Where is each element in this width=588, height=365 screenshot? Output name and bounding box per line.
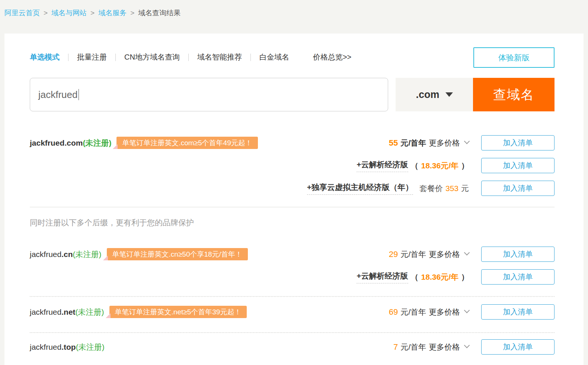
status-unregistered: (未注册) xyxy=(73,250,102,258)
addon-price: 18.36元/年 xyxy=(421,272,458,282)
addon-row-dns: +云解析经济版（18.36元/年） 加入清单 xyxy=(30,269,555,285)
section-divider xyxy=(30,207,555,207)
brand-protection-note: 同时注册以下多个后缀，更有利于您的品牌保护 xyxy=(30,218,555,228)
breadcrumb-current: 域名查询结果 xyxy=(138,8,180,18)
add-to-list-button[interactable]: 加入清单 xyxy=(481,158,555,173)
promo-badge: 单笔订单注册英文.com≥5个首年49元起！ xyxy=(116,137,258,149)
domain-name: jackfrued.cn(未注册) xyxy=(30,249,102,260)
domain-result-row-com: jackfrued.com(未注册) 单笔订单注册英文.com≥5个首年49元起… xyxy=(30,135,555,150)
addon-info: +云解析经济版（18.36元/年） xyxy=(357,271,469,283)
price-unit: 元/首年 xyxy=(400,307,426,317)
addon-info: +独享云虚拟主机经济版（年） 套餐价353 元 xyxy=(307,182,469,195)
tab-batch-register[interactable]: 批量注册 xyxy=(77,52,107,62)
tab-cn-local-query[interactable]: CN地方域名查询 xyxy=(124,52,180,62)
add-to-list-button[interactable]: 加入清单 xyxy=(481,247,555,262)
addon-label[interactable]: +云解析经济版 xyxy=(357,159,408,172)
price-value: 7 xyxy=(393,342,398,352)
add-to-list-button[interactable]: 加入清单 xyxy=(481,339,555,355)
breadcrumb-separator: > xyxy=(130,9,134,17)
add-to-list-button[interactable]: 加入清单 xyxy=(481,269,555,285)
text-cursor xyxy=(79,89,79,100)
breadcrumb-link-home[interactable]: 阿里云首页 xyxy=(4,8,40,18)
status-unregistered: (未注册) xyxy=(83,139,111,147)
breadcrumb-separator: > xyxy=(44,9,48,17)
chevron-down-icon[interactable] xyxy=(464,307,470,313)
price-unit: 元/首年 xyxy=(400,249,426,260)
domain-name: jackfrued.com(未注册) xyxy=(30,138,111,148)
price-value: 69 xyxy=(389,307,398,317)
chevron-down-icon[interactable] xyxy=(464,342,470,348)
price-overview-link[interactable]: 价格总览>> xyxy=(313,52,351,62)
tab-divider xyxy=(250,54,251,61)
package-price-value: 353 xyxy=(445,184,458,193)
price-info: 7 元/首年 更多价格 xyxy=(393,342,469,352)
price-value: 29 xyxy=(389,250,398,259)
dropdown-arrow-icon xyxy=(445,92,453,97)
price-value: 55 xyxy=(389,138,398,148)
tab-divider xyxy=(188,54,189,61)
add-to-list-button[interactable]: 加入清单 xyxy=(481,181,555,196)
tab-divider xyxy=(68,54,68,61)
row-divider xyxy=(30,332,555,333)
promo-badge: 单笔订单注册英文.net≥5个首年39元起！ xyxy=(109,306,247,318)
more-prices-link[interactable]: 更多价格 xyxy=(429,307,460,317)
domain-result-row-net: jackfrued.net(未注册) 单笔订单注册英文.net≥5个首年39元起… xyxy=(30,304,555,320)
chevron-down-icon[interactable] xyxy=(464,250,470,256)
domain-search-bar: jackfrued .com 查域名 xyxy=(30,78,555,111)
tab-single-mode[interactable]: 单选模式 xyxy=(30,52,60,62)
price-info: 55 元/首年 更多价格 xyxy=(389,138,469,148)
add-to-list-button[interactable]: 加入清单 xyxy=(481,304,555,320)
main-card: 单选模式 批量注册 CN地方域名查询 域名智能推荐 白金域名 价格总览>> 体验… xyxy=(4,34,584,365)
breadcrumb-link-domain-website[interactable]: 域名与网站 xyxy=(51,8,87,18)
chevron-down-icon[interactable] xyxy=(464,138,470,144)
search-input[interactable]: jackfrued xyxy=(30,78,388,111)
tab-smart-recommend[interactable]: 域名智能推荐 xyxy=(197,52,242,62)
price-unit: 元/首年 xyxy=(400,342,426,352)
row-divider xyxy=(30,296,555,297)
package-price-label: 套餐价 xyxy=(419,183,443,194)
price-unit: 元/首年 xyxy=(400,138,426,148)
tld-selected-value: .com xyxy=(416,89,439,101)
domain-name: jackfrued.top(未注册) xyxy=(30,342,105,352)
status-unregistered: (未注册) xyxy=(76,308,104,316)
breadcrumb-link-domain-service[interactable]: 域名服务 xyxy=(98,8,127,18)
package-price-unit: 元 xyxy=(461,183,469,194)
domain-result-row-cn: jackfrued.cn(未注册) 单笔订单注册英文.cn≥50个享18元/首年… xyxy=(30,247,555,262)
addon-price: 18.36元/年 xyxy=(421,161,458,171)
addon-row-dns: +云解析经济版（18.36元/年） 加入清单 xyxy=(30,158,555,173)
try-new-version-button[interactable]: 体验新版 xyxy=(473,47,555,68)
more-prices-link[interactable]: 更多价格 xyxy=(429,249,460,260)
tab-divider xyxy=(115,54,116,61)
addon-info: +云解析经济版（18.36元/年） xyxy=(357,159,469,172)
addon-row-host: +独享云虚拟主机经济版（年） 套餐价353 元 加入清单 xyxy=(30,181,555,196)
price-info: 29 元/首年 更多价格 xyxy=(389,249,469,260)
tld-select[interactable]: .com xyxy=(396,78,473,111)
status-unregistered: (未注册) xyxy=(76,343,105,351)
search-input-value: jackfrued xyxy=(38,89,78,101)
tab-platinum-domain[interactable]: 白金域名 xyxy=(259,52,289,62)
more-prices-link[interactable]: 更多价格 xyxy=(429,138,460,148)
search-domain-button[interactable]: 查域名 xyxy=(473,78,555,111)
price-info: 69 元/首年 更多价格 xyxy=(389,307,469,317)
promo-badge: 单笔订单注册英文.cn≥50个享18元/首年！ xyxy=(107,248,248,260)
domain-name: jackfrued.net(未注册) xyxy=(30,307,104,317)
addon-label[interactable]: +云解析经济版 xyxy=(357,271,408,283)
addon-label[interactable]: +独享云虚拟主机经济版（年） xyxy=(307,182,413,195)
more-prices-link[interactable]: 更多价格 xyxy=(429,342,460,352)
breadcrumb: 阿里云首页 > 域名与网站 > 域名服务 > 域名查询结果 xyxy=(0,0,588,18)
domain-result-row-top: jackfrued.top(未注册) 7 元/首年 更多价格 加入清单 xyxy=(30,339,555,355)
add-to-list-button[interactable]: 加入清单 xyxy=(481,135,555,150)
breadcrumb-separator: > xyxy=(90,9,95,17)
